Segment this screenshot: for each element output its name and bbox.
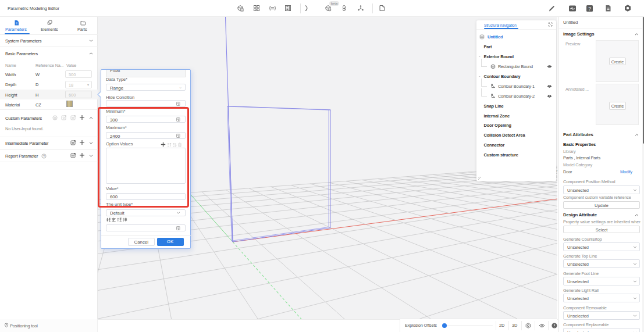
svg-text:?: ? xyxy=(588,6,591,12)
svg-text:?: ? xyxy=(42,154,44,158)
